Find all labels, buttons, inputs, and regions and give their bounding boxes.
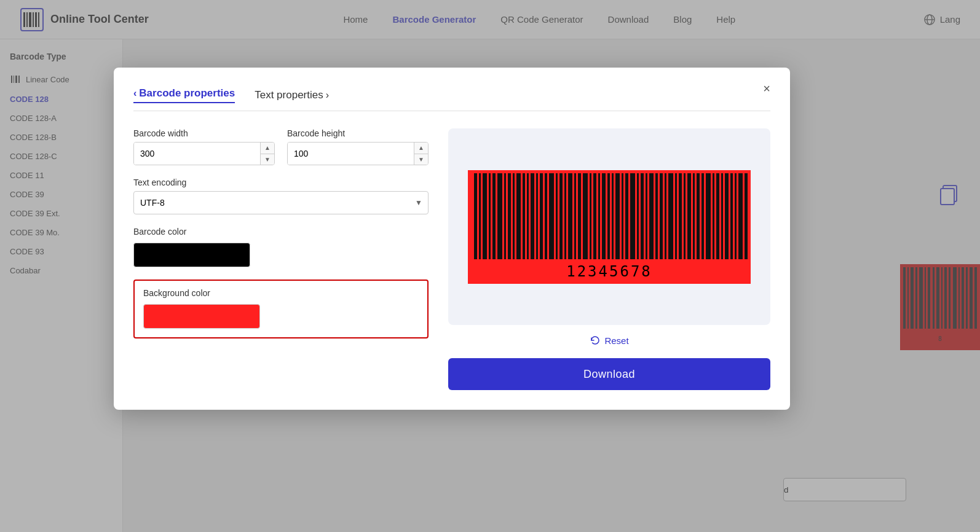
svg-rect-73 bbox=[646, 173, 647, 259]
svg-rect-65 bbox=[607, 173, 610, 259]
width-stepper: ▲ ▼ bbox=[260, 143, 274, 165]
modal-body: Barcode width ▲ ▼ Barcode height bbox=[133, 128, 770, 390]
svg-rect-66 bbox=[612, 173, 614, 259]
tab-barcode-properties[interactable]: ‹ Barcode properties bbox=[133, 87, 235, 103]
svg-rect-77 bbox=[665, 173, 666, 259]
close-button[interactable]: × bbox=[758, 80, 775, 97]
height-up-button[interactable]: ▲ bbox=[414, 143, 428, 154]
barcode-height-input-wrapper: ▲ ▼ bbox=[287, 142, 429, 165]
barcode-width-label: Barcode width bbox=[133, 128, 275, 138]
svg-text:12345678: 12345678 bbox=[566, 263, 652, 280]
svg-rect-62 bbox=[593, 173, 596, 259]
dimension-row: Barcode width ▲ ▼ Barcode height bbox=[133, 128, 429, 165]
barcode-height-label: Barcode height bbox=[287, 128, 429, 138]
svg-rect-74 bbox=[649, 173, 654, 259]
svg-rect-50 bbox=[536, 173, 538, 259]
barcode-preview: 12345678 bbox=[468, 170, 751, 284]
svg-rect-47 bbox=[523, 173, 525, 259]
svg-rect-91 bbox=[730, 173, 733, 259]
height-down-button[interactable]: ▼ bbox=[414, 154, 428, 165]
svg-rect-44 bbox=[508, 173, 511, 259]
svg-rect-45 bbox=[513, 173, 515, 259]
encoding-select[interactable]: UTF-8 ISO-8859-1 ASCII bbox=[133, 191, 429, 214]
svg-rect-55 bbox=[559, 173, 563, 259]
svg-rect-51 bbox=[540, 173, 543, 259]
svg-rect-42 bbox=[497, 173, 502, 259]
svg-rect-93 bbox=[738, 173, 743, 259]
svg-rect-94 bbox=[745, 173, 748, 259]
svg-rect-68 bbox=[622, 173, 623, 259]
barcode-color-label: Barcode color bbox=[133, 227, 429, 237]
download-button[interactable]: Download bbox=[448, 358, 770, 390]
bg-color-label: Background color bbox=[143, 288, 419, 298]
barcode-width-input[interactable] bbox=[134, 143, 260, 165]
modal-preview: 12345678 Reset Download bbox=[448, 128, 770, 390]
svg-rect-57 bbox=[568, 173, 572, 259]
svg-rect-72 bbox=[641, 173, 644, 259]
svg-rect-54 bbox=[556, 173, 558, 259]
svg-rect-40 bbox=[489, 173, 491, 259]
width-group: Barcode width ▲ ▼ bbox=[133, 128, 275, 165]
svg-rect-63 bbox=[598, 173, 600, 259]
barcode-color-swatch[interactable] bbox=[133, 243, 250, 267]
svg-rect-59 bbox=[578, 173, 581, 259]
svg-rect-58 bbox=[574, 173, 576, 259]
svg-rect-37 bbox=[474, 173, 477, 259]
barcode-width-input-wrapper: ▲ ▼ bbox=[133, 142, 275, 165]
svg-rect-80 bbox=[679, 173, 682, 259]
svg-rect-92 bbox=[735, 173, 737, 259]
bg-color-swatch[interactable] bbox=[143, 304, 260, 329]
reset-label: Reset bbox=[604, 335, 628, 346]
svg-rect-49 bbox=[531, 173, 534, 259]
svg-rect-43 bbox=[504, 173, 506, 259]
svg-rect-52 bbox=[545, 173, 547, 259]
svg-rect-53 bbox=[549, 173, 554, 259]
svg-rect-84 bbox=[697, 173, 700, 259]
svg-rect-83 bbox=[693, 173, 695, 259]
svg-rect-75 bbox=[655, 173, 658, 259]
svg-rect-81 bbox=[684, 173, 686, 259]
svg-rect-76 bbox=[660, 173, 663, 259]
svg-rect-64 bbox=[602, 173, 606, 259]
svg-rect-38 bbox=[479, 173, 481, 259]
preview-area: 12345678 bbox=[448, 128, 770, 325]
height-group: Barcode height ▲ ▼ bbox=[287, 128, 429, 165]
svg-rect-85 bbox=[701, 173, 704, 259]
svg-rect-39 bbox=[483, 173, 487, 259]
svg-rect-71 bbox=[637, 173, 639, 259]
svg-rect-78 bbox=[668, 173, 673, 259]
svg-rect-82 bbox=[687, 173, 691, 259]
left-arrow-icon: ‹ bbox=[133, 88, 136, 99]
bg-color-group: Background color bbox=[143, 288, 419, 329]
height-stepper: ▲ ▼ bbox=[414, 143, 428, 165]
barcode-height-input[interactable] bbox=[288, 143, 414, 165]
reset-button[interactable]: Reset bbox=[590, 335, 628, 346]
width-down-button[interactable]: ▼ bbox=[261, 154, 274, 165]
svg-rect-56 bbox=[564, 173, 566, 259]
svg-rect-89 bbox=[721, 173, 723, 259]
svg-rect-79 bbox=[675, 173, 677, 259]
svg-rect-41 bbox=[492, 173, 496, 259]
width-up-button[interactable]: ▲ bbox=[261, 143, 274, 154]
reset-icon bbox=[590, 335, 601, 346]
svg-rect-60 bbox=[583, 173, 588, 259]
svg-rect-88 bbox=[716, 173, 719, 259]
svg-rect-48 bbox=[527, 173, 529, 259]
svg-rect-46 bbox=[516, 173, 521, 259]
svg-rect-67 bbox=[615, 173, 620, 259]
barcode-svg: 12345678 bbox=[468, 170, 751, 284]
svg-rect-87 bbox=[713, 173, 714, 259]
svg-rect-69 bbox=[625, 173, 628, 259]
barcode-color-group: Barcode color bbox=[133, 227, 429, 267]
modal: × ‹ Barcode properties Text properties ›… bbox=[114, 68, 790, 410]
text-encoding-label: Text encoding bbox=[133, 178, 429, 187]
barcode-color-swatch-container bbox=[133, 243, 429, 267]
encoding-group: Text encoding UTF-8 ISO-8859-1 ASCII ▼ bbox=[133, 178, 429, 214]
svg-rect-86 bbox=[706, 173, 711, 259]
bg-color-swatch-container bbox=[143, 304, 419, 329]
tab-barcode-label: Barcode properties bbox=[139, 87, 235, 100]
encoding-select-wrapper: UTF-8 ISO-8859-1 ASCII ▼ bbox=[133, 191, 429, 214]
svg-rect-70 bbox=[630, 173, 635, 259]
tab-text-label: Text properties bbox=[255, 89, 323, 101]
tab-text-properties[interactable]: Text properties › bbox=[255, 89, 329, 101]
